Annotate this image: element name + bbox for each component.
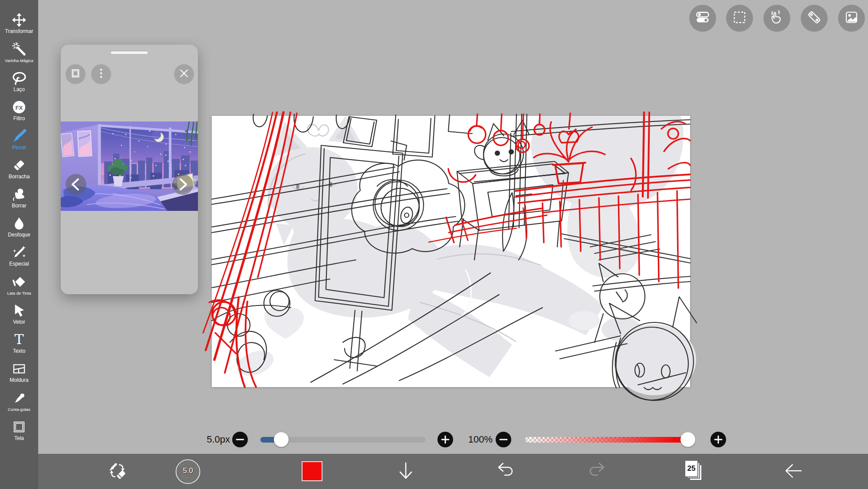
back-button[interactable] — [784, 462, 803, 481]
window-mode-button[interactable] — [66, 64, 85, 84]
brush-size-slider-thumb[interactable] — [274, 432, 289, 447]
back-arrow-icon — [784, 461, 803, 482]
sidebar-item-desfoque[interactable]: Desfoque — [0, 212, 38, 241]
sidebar-item-varinha-magica[interactable]: Varinha Mágica — [0, 38, 38, 67]
sidebar-item-filtro[interactable]: FX Filtro — [0, 96, 38, 125]
sidebar-item-label: Filtro — [13, 115, 25, 121]
sidebar-item-tela[interactable]: Tela — [0, 416, 38, 445]
brush-icon — [11, 128, 27, 144]
special-pen-icon — [11, 245, 27, 260]
reference-image — [61, 121, 198, 211]
redo-button[interactable] — [588, 462, 608, 481]
tool-sidebar: Transformar Varinha Mágica — [0, 0, 38, 489]
tool-settings-button[interactable] — [689, 5, 716, 32]
brush-eraser-toggle-button[interactable] — [107, 461, 128, 482]
down-arrow-icon — [396, 461, 415, 482]
drag-handle[interactable] — [110, 51, 148, 55]
reference-window[interactable] — [61, 45, 198, 294]
sidebar-item-borrar[interactable]: Borrar — [0, 183, 38, 212]
previous-image-button[interactable] — [66, 174, 86, 195]
sidebar-item-label: Tela — [14, 435, 24, 441]
opacity-slider[interactable] — [525, 437, 688, 443]
sidebar-item-borracha[interactable]: Borracha — [0, 154, 38, 183]
touch-gesture-icon — [769, 10, 785, 27]
material-image-button[interactable] — [838, 5, 865, 32]
material-image-icon — [844, 10, 859, 27]
opacity-minus-button[interactable] — [496, 432, 511, 447]
more-menu-button[interactable] — [91, 64, 111, 84]
svg-text:FX: FX — [16, 105, 23, 111]
sidebar-item-conta-gotas[interactable]: Conta-gotas — [0, 387, 38, 416]
brush-eraser-swap-icon — [107, 460, 128, 483]
brush-size-value: 5.0px — [187, 434, 230, 445]
sidebar-item-label: Borrar — [12, 203, 26, 209]
touch-gesture-button[interactable] — [763, 5, 790, 32]
sidebar-item-label: Lata de Tinta — [7, 291, 31, 295]
sidebar-item-label: Varinha Mágica — [5, 58, 33, 63]
transform-move-icon — [11, 12, 27, 28]
undo-icon — [494, 461, 514, 482]
sidebar-item-pincel[interactable]: Pincel — [0, 125, 38, 154]
drawing-canvas[interactable] — [212, 116, 690, 387]
brush-preview-button[interactable]: 5.0 — [175, 459, 201, 484]
sidebar-item-moldura[interactable]: Moldura — [0, 358, 38, 387]
blur-drop-icon — [11, 216, 27, 231]
filter-fx-icon: FX — [11, 99, 27, 115]
sidebar-item-label: Transformar — [5, 28, 33, 34]
undo-button[interactable] — [494, 462, 514, 481]
next-image-button[interactable] — [172, 174, 193, 195]
ruler-icon — [806, 10, 822, 27]
ibispaint-app: Transformar Varinha Mágica — [0, 0, 868, 489]
svg-text:T: T — [14, 331, 24, 348]
sidebar-item-label: Pincel — [12, 144, 26, 151]
sidebar-item-label: Borracha — [9, 174, 30, 180]
ruler-button[interactable] — [801, 5, 828, 32]
brush-size-minus-button[interactable] — [232, 432, 248, 447]
sidebar-item-lata-de-tinta[interactable]: Lata de Tinta — [0, 270, 38, 299]
sidebar-item-label: Desfoque — [8, 232, 30, 238]
sidebar-item-label: Vetor — [13, 319, 25, 325]
sidebar-item-especial[interactable]: Especial — [0, 241, 38, 270]
opacity-plus-button[interactable] — [710, 432, 726, 447]
eraser-icon — [11, 158, 27, 173]
sidebar-item-label: Moldura — [10, 377, 28, 383]
sidebar-item-texto[interactable]: T Texto — [0, 328, 38, 358]
vector-cursor-icon — [11, 303, 27, 318]
sidebar-item-label: Texto — [13, 348, 26, 354]
close-button[interactable] — [174, 64, 194, 84]
window-mode-icon — [69, 67, 82, 82]
smudge-finger-icon — [11, 187, 27, 202]
color-swatch-button[interactable] — [302, 461, 322, 481]
text-icon: T — [11, 332, 27, 348]
brush-preview-size: 5.0 — [175, 466, 201, 475]
underlay-sketch — [233, 116, 696, 395]
sidebar-item-label: Laço — [13, 86, 25, 92]
sidebar-item-label: Conta-gotas — [8, 407, 30, 412]
layers-button[interactable]: 25 — [684, 461, 705, 482]
tool-settings-icon — [694, 9, 711, 27]
bottom-toolbar: 5.0 — [38, 454, 868, 489]
canvas-screen-icon — [11, 419, 27, 435]
redo-icon — [588, 461, 608, 482]
collapse-button[interactable] — [396, 462, 415, 481]
opacity-slider-thumb[interactable] — [681, 432, 695, 447]
close-icon — [178, 67, 190, 81]
frame-icon — [11, 361, 27, 377]
layers-page-front: 25 — [685, 461, 697, 476]
paint-bucket-icon — [11, 275, 27, 290]
selection-icon — [732, 10, 747, 27]
opacity-value: 100% — [449, 434, 493, 445]
magic-wand-icon — [11, 42, 27, 58]
more-menu-icon — [95, 67, 108, 82]
eyedropper-icon — [11, 391, 27, 407]
lasso-icon — [11, 70, 27, 86]
sidebar-item-transformar[interactable]: Transformar — [0, 9, 38, 38]
sidebar-item-label: Especial — [9, 261, 29, 267]
sidebar-item-vetor[interactable]: Vetor — [0, 299, 38, 328]
layer-count: 25 — [687, 464, 696, 473]
sidebar-item-laco[interactable]: Laço — [0, 67, 38, 96]
selection-button[interactable] — [726, 5, 753, 32]
